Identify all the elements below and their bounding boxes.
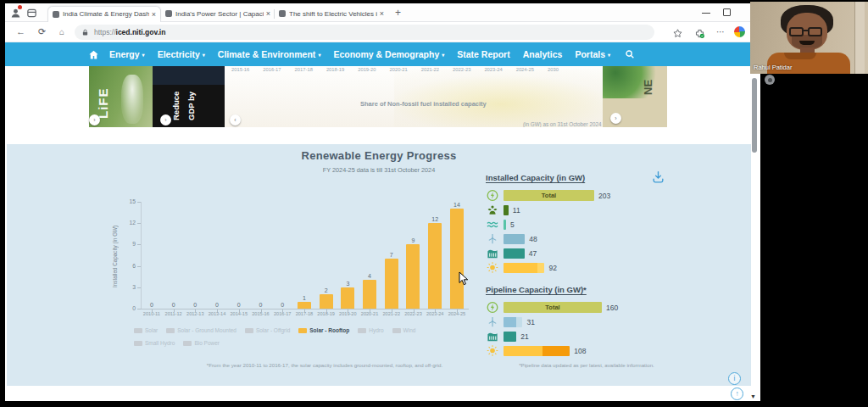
- capacity-bar[interactable]: [504, 248, 525, 259]
- back-button[interactable]: ←: [16, 26, 25, 37]
- bar-slot: 3: [337, 192, 359, 309]
- total-energy-icon: [486, 301, 499, 314]
- y-axis-tick-label: 3: [115, 284, 136, 290]
- nav-item-energy[interactable]: Energy▾: [109, 49, 145, 59]
- capacity-bar[interactable]: [504, 205, 509, 215]
- account-avatar[interactable]: [734, 26, 745, 37]
- tab-close-icon[interactable]: ×: [152, 10, 156, 19]
- x-axis-tick: [261, 309, 262, 312]
- nav-item-economy-demography[interactable]: Economy & Demography▾: [333, 49, 444, 59]
- bar-2024-25[interactable]: [450, 209, 464, 309]
- nav-item-label: Portals: [575, 49, 605, 59]
- bar-2018-19[interactable]: [320, 294, 333, 309]
- browser-profile-icon[interactable]: [10, 7, 21, 18]
- person-mustache: [799, 41, 815, 45]
- hydro-icon: [486, 247, 499, 259]
- bar-slot: 0: [250, 192, 272, 309]
- nav-item-climate-environment[interactable]: Climate & Environment▾: [218, 49, 321, 59]
- tab-actions-icon[interactable]: [26, 7, 37, 18]
- browser-menu-icon[interactable]: ⋯: [716, 27, 727, 38]
- tab-close-icon[interactable]: ×: [380, 9, 384, 18]
- legend-item-solar-ground-mounted[interactable]: Solar - Ground Mounted: [166, 327, 236, 333]
- legend-item-solar[interactable]: Solar: [134, 327, 158, 333]
- legend-swatch: [134, 328, 142, 333]
- refresh-button[interactable]: ⟳: [38, 26, 46, 37]
- capacity-bar[interactable]: [504, 263, 544, 273]
- extensions-icon[interactable]: [694, 27, 705, 38]
- carousel-prev-button[interactable]: ‹: [230, 114, 241, 125]
- download-icon[interactable]: [651, 170, 665, 184]
- legend-label: Bio Power: [194, 340, 220, 346]
- bar-2017-18[interactable]: [298, 302, 311, 309]
- browser-window: India Climate & Energy Dashboa×India's P…: [5, 3, 760, 401]
- legend-item-bio-power[interactable]: Bio Power: [183, 340, 220, 346]
- bar-value-label: 14: [453, 202, 460, 208]
- carousel-next-button[interactable]: ›: [160, 114, 171, 125]
- carousel-axis-label: 2019-20: [358, 67, 376, 72]
- nav-menu: Energy▾Electricity▾Climate & Environment…: [109, 49, 623, 59]
- bar-2020-21[interactable]: [363, 280, 376, 309]
- capacity-row: 108: [486, 345, 618, 356]
- bar-chart: 00000001234791214: [141, 192, 468, 309]
- y-axis-tick-label: 15: [115, 198, 136, 204]
- capacity-bar[interactable]: [504, 234, 525, 244]
- url-field[interactable]: https://iced.niti.gov.in: [75, 25, 654, 40]
- total-bar[interactable]: Total: [504, 190, 594, 201]
- browser-tab-the-shift-to-electri[interactable]: The shift to Electric Vehicles in th×: [275, 6, 388, 22]
- minimize-button[interactable]: [702, 8, 710, 14]
- scroll-top-button[interactable]: ↑: [731, 387, 743, 400]
- carousel-next-button[interactable]: ›: [610, 113, 621, 124]
- capacity-bar[interactable]: [504, 332, 516, 342]
- bar-value-label: 9: [412, 237, 415, 243]
- small-hydro-icon: [486, 218, 499, 231]
- browser-home-button[interactable]: ⌂: [59, 26, 64, 37]
- carousel-next-button[interactable]: ›: [89, 114, 100, 125]
- tab-close-icon[interactable]: ×: [266, 9, 270, 18]
- scrollbar-down-arrow[interactable]: ▼: [750, 393, 756, 399]
- carousel-axis-label: 2018-19: [326, 67, 344, 72]
- mouse-cursor: [459, 271, 469, 286]
- bar-2021-22[interactable]: [385, 259, 398, 309]
- favorites-icon[interactable]: [672, 27, 683, 38]
- bar-2019-20[interactable]: [341, 287, 354, 309]
- legend-item-wind[interactable]: Wind: [392, 327, 416, 333]
- browser-tab-india-climate-energy[interactable]: India Climate & Energy Dashboa×: [47, 6, 161, 22]
- legend-label: Solar - Ground Mounted: [177, 327, 236, 333]
- capacity-row: 31: [486, 316, 618, 327]
- nav-item-state-report[interactable]: State Report: [457, 49, 509, 59]
- capacity-bar[interactable]: [504, 346, 570, 356]
- tab-title: India Climate & Energy Dashboa: [63, 10, 149, 18]
- maximize-button[interactable]: [723, 8, 731, 16]
- nav-item-portals[interactable]: Portals▾: [575, 49, 610, 59]
- home-icon[interactable]: [88, 49, 99, 60]
- glasses-bridge: [803, 30, 809, 31]
- banner-carousel: LiFE Reduce GDP by 2015-162016-172017-18…: [5, 66, 755, 127]
- info-button[interactable]: i: [728, 372, 741, 385]
- total-bar[interactable]: Total: [504, 302, 602, 313]
- bar-slot: 0: [163, 192, 185, 309]
- capacity-bar[interactable]: [504, 317, 522, 327]
- nav-item-electricity[interactable]: Electricity▾: [158, 49, 205, 59]
- bar-2023-24[interactable]: [428, 223, 442, 309]
- new-tab-button[interactable]: +: [395, 7, 401, 19]
- x-axis-tick: [282, 309, 283, 312]
- bar-2022-23[interactable]: [406, 244, 420, 309]
- scrollbar-thumb[interactable]: [752, 78, 757, 153]
- bar-value-label: 0: [150, 302, 153, 308]
- nav-item-analytics[interactable]: Analytics: [523, 49, 563, 59]
- capacity-bar[interactable]: [504, 220, 506, 230]
- slide-gdp-text-1: Reduce: [171, 92, 181, 120]
- search-icon[interactable]: [625, 49, 635, 59]
- bar-slot: 12: [424, 192, 446, 309]
- nav-item-label: Economy & Demography: [333, 49, 439, 59]
- browser-tab-india-s-power-sector[interactable]: India's Power Sector | Capacity &×: [161, 6, 275, 22]
- capacity-row: 47: [486, 248, 610, 259]
- legend-label: Small Hydro: [145, 340, 175, 346]
- legend-item-solar-offgrid[interactable]: Solar - Offgrid: [245, 327, 290, 333]
- legend-item-small-hydro[interactable]: Small Hydro: [134, 340, 175, 346]
- slide-axis-labels: 2015-162016-172017-182018-192019-202020-…: [231, 67, 559, 72]
- bio-power-icon: [486, 204, 499, 216]
- carousel-slide-nonfossil[interactable]: 2015-162016-172017-182018-192019-202020-…: [225, 66, 603, 127]
- legend-item-solar-rooftop[interactable]: Solar - Rooftop: [298, 327, 349, 333]
- legend-item-hydro[interactable]: Hydro: [358, 327, 383, 333]
